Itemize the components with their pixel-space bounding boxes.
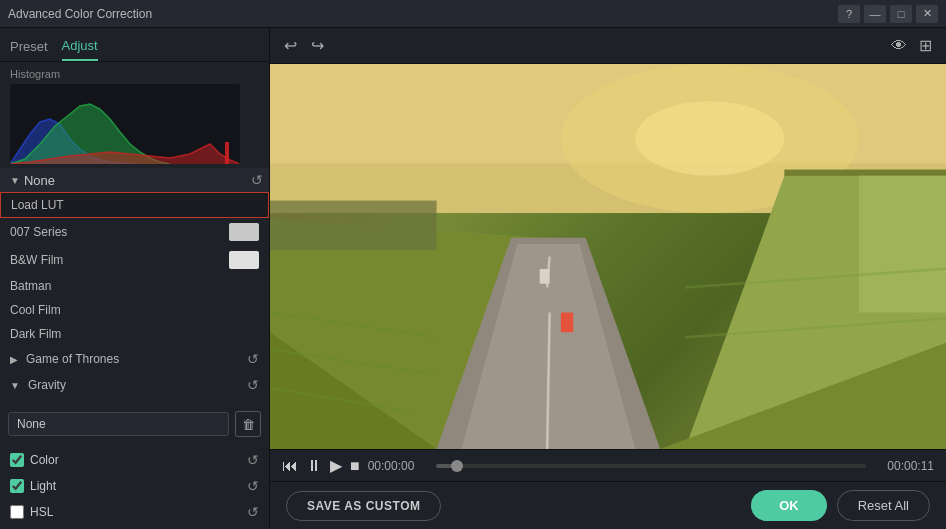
arrow-down-icon: ▼	[10, 175, 20, 186]
video-scene-svg	[270, 64, 946, 449]
hsl-label: HSL	[30, 505, 53, 519]
svg-rect-3	[225, 142, 229, 164]
video-area	[270, 64, 946, 449]
gravity-reset-icon[interactable]: ↺	[247, 377, 259, 393]
lut-item-load-lut[interactable]: Load LUT	[0, 192, 269, 218]
adjustment-row-light: Light ↺	[0, 473, 269, 499]
title-bar: Advanced Color Correction ? — □ ✕	[0, 0, 946, 28]
toolbar-left: ↩ ↪	[282, 34, 326, 57]
progress-thumb[interactable]	[451, 460, 463, 472]
lut-item-got-label: Game of Thrones	[26, 352, 119, 366]
lut-header-left: ▼ None	[10, 173, 55, 188]
lut-item-cool-film-label: Cool Film	[10, 303, 61, 317]
lut-item-007-label: 007 Series	[10, 225, 67, 239]
histogram-label: Histogram	[10, 68, 259, 80]
title-bar-controls: ? — □ ✕	[838, 5, 938, 23]
lut-item-dark-film[interactable]: Dark Film	[0, 322, 269, 346]
color-adjustments: Color ↺ Light ↺ HSL ↺	[0, 443, 269, 529]
lut-item-game-of-thrones[interactable]: ▶ Game of Thrones ↺	[0, 346, 269, 372]
top-toolbar: ↩ ↪ 👁 ⊞	[270, 28, 946, 64]
total-time: 00:00:11	[874, 459, 934, 473]
tab-preset[interactable]: Preset	[10, 35, 48, 60]
help-button[interactable]: ?	[838, 5, 860, 23]
adjustment-left-light: Light	[10, 479, 56, 493]
main-layout: Preset Adjust Histogram	[0, 28, 946, 529]
color-label: Color	[30, 453, 59, 467]
dropdown-row: None Load LUT 007 Series B&W Film Batman…	[0, 405, 269, 443]
reset-all-button[interactable]: Reset All	[837, 490, 930, 521]
lut-item-007[interactable]: 007 Series	[0, 218, 269, 246]
redo-button[interactable]: ↪	[309, 34, 326, 57]
lut-item-batman[interactable]: Batman	[0, 274, 269, 298]
lut-list: Load LUT 007 Series B&W Film Batman	[0, 192, 269, 405]
lut-swatch-007	[229, 223, 259, 241]
gravity-arrow-icon: ▼	[10, 380, 20, 391]
right-panel: ↩ ↪ 👁 ⊞	[270, 28, 946, 529]
close-button[interactable]: ✕	[916, 5, 938, 23]
bottom-right-buttons: OK Reset All	[751, 490, 930, 521]
eye-button[interactable]: 👁	[889, 34, 909, 57]
adjustment-left-color: Color	[10, 453, 59, 467]
lut-section: ▼ None ↺ Load LUT 007 Series B&W Film	[0, 168, 269, 529]
lut-reset-icon[interactable]: ↺	[251, 172, 263, 188]
play-button[interactable]: ▶	[330, 456, 342, 475]
adjustment-left-hsl: HSL	[10, 505, 53, 519]
lut-dropdown[interactable]: None Load LUT 007 Series B&W Film Batman…	[8, 412, 229, 436]
maximize-button[interactable]: □	[890, 5, 912, 23]
lut-item-gravity[interactable]: ▼ Gravity ↺	[0, 372, 269, 398]
lut-item-bw-label: B&W Film	[10, 253, 63, 267]
progress-bar[interactable]	[436, 464, 866, 468]
light-checkbox[interactable]	[10, 479, 24, 493]
title-bar-left: Advanced Color Correction	[8, 7, 152, 21]
skip-back-button[interactable]: ⏮	[282, 457, 298, 475]
svg-rect-28	[270, 64, 946, 449]
histogram-section: Histogram	[0, 62, 269, 168]
lut-header: ▼ None ↺	[0, 168, 269, 192]
current-time: 00:00:00	[368, 459, 428, 473]
adjustment-row-color: Color ↺	[0, 447, 269, 473]
lut-item-gravity-label: Gravity	[28, 378, 66, 392]
color-reset-icon[interactable]: ↺	[247, 452, 259, 468]
got-arrow-icon: ▶	[10, 354, 18, 365]
histogram-svg	[10, 84, 240, 164]
lut-item-bw-film[interactable]: B&W Film	[0, 246, 269, 274]
lut-item-batman-label: Batman	[10, 279, 51, 293]
save-custom-button[interactable]: SAVE AS CUSTOM	[286, 491, 441, 521]
hsl-checkbox[interactable]	[10, 505, 24, 519]
lut-swatch-bw	[229, 251, 259, 269]
light-reset-icon[interactable]: ↺	[247, 478, 259, 494]
minimize-button[interactable]: —	[864, 5, 886, 23]
export-button[interactable]: ⊞	[917, 34, 934, 57]
lut-item-dark-film-label: Dark Film	[10, 327, 61, 341]
hsl-reset-icon[interactable]: ↺	[247, 504, 259, 520]
histogram-canvas	[10, 84, 240, 164]
got-reset-icon[interactable]: ↺	[247, 351, 259, 367]
lut-item-load-lut-label: Load LUT	[11, 198, 64, 212]
delete-button[interactable]: 🗑	[235, 411, 261, 437]
light-label: Light	[30, 479, 56, 493]
title-bar-title: Advanced Color Correction	[8, 7, 152, 21]
lut-section-label: None	[24, 173, 55, 188]
toolbar-right: 👁 ⊞	[889, 34, 934, 57]
video-placeholder	[270, 64, 946, 449]
lut-item-cool-film[interactable]: Cool Film	[0, 298, 269, 322]
color-checkbox[interactable]	[10, 453, 24, 467]
undo-button[interactable]: ↩	[282, 34, 299, 57]
bottom-bar: SAVE AS CUSTOM OK Reset All	[270, 481, 946, 529]
left-panel: Preset Adjust Histogram	[0, 28, 270, 529]
tab-adjust[interactable]: Adjust	[62, 34, 98, 61]
ok-button[interactable]: OK	[751, 490, 827, 521]
tabs-bar: Preset Adjust	[0, 28, 269, 62]
stop-button[interactable]: ■	[350, 457, 360, 475]
pause-button[interactable]: ⏸	[306, 457, 322, 475]
adjustment-row-hsl: HSL ↺	[0, 499, 269, 525]
playback-bar: ⏮ ⏸ ▶ ■ 00:00:00 00:00:11	[270, 449, 946, 481]
